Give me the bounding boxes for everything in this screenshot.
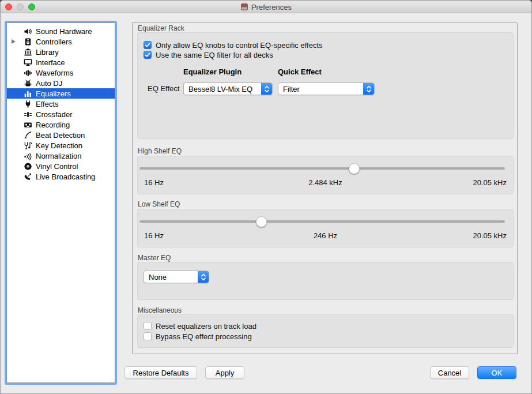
group-title-high-shelf: High Shelf EQ bbox=[138, 147, 182, 155]
app-icon bbox=[240, 3, 248, 11]
group-title-low-shelf: Low Shelf EQ bbox=[138, 200, 180, 208]
group-box-high-shelf: 2.484 kHz 16 Hz 20.05 kHz bbox=[137, 156, 514, 194]
sidebar-item-interface[interactable]: Interface bbox=[7, 57, 115, 67]
slider-track[interactable] bbox=[139, 220, 505, 223]
window-title: Preferences bbox=[251, 3, 292, 12]
group-box-miscellaneous: Reset equalizers on track load Bypass EQ… bbox=[137, 314, 514, 348]
checkbox-label: Reset equalizers on track load bbox=[156, 322, 256, 331]
equalizer-plugin-header: Equalizer Plugin bbox=[183, 67, 242, 76]
sidebar-item-crossfader[interactable]: Crossfader bbox=[7, 109, 115, 119]
sidebar-item-label: Effects bbox=[36, 100, 59, 108]
checkbox-label: Use the same EQ filter for all decks bbox=[156, 51, 273, 59]
checkbox-row-bypass-eq[interactable]: Bypass EQ effect processing bbox=[144, 332, 252, 341]
sidebar-item-label: Controllers bbox=[36, 37, 72, 46]
low-shelf-scale: 246 Hz 16 Hz 20.05 kHz bbox=[144, 231, 507, 240]
master-eq-value: None bbox=[144, 273, 198, 282]
sidebar-item-sound-hardware[interactable]: Sound Hardware bbox=[7, 26, 115, 36]
sidebar-item-label: Auto DJ bbox=[36, 79, 62, 88]
checkbox-bypass-eq[interactable] bbox=[144, 332, 152, 340]
group-title-miscellaneous: Miscellaneous bbox=[138, 306, 182, 314]
sidebar-item-label: Interface bbox=[36, 58, 65, 67]
preferences-pane-equalizers: Equalizer Rack Only allow EQ knobs to co… bbox=[132, 22, 518, 354]
sidebar-item-label: Recording bbox=[36, 121, 70, 129]
high-shelf-slider[interactable] bbox=[139, 163, 505, 174]
group-title-master-eq: Master EQ bbox=[138, 254, 171, 262]
preferences-window: Preferences Sound Hardware Controllers L… bbox=[0, 0, 532, 394]
library-icon bbox=[23, 47, 32, 57]
sidebar-item-label: Live Broadcasting bbox=[36, 172, 95, 181]
crossfader-icon bbox=[23, 110, 32, 119]
sidebar-item-equalizers[interactable]: Equalizers bbox=[7, 88, 115, 99]
sidebar-item-waveforms[interactable]: Waveforms bbox=[7, 67, 115, 78]
high-shelf-scale: 2.484 kHz 16 Hz 20.05 kHz bbox=[144, 178, 507, 187]
sidebar-item-beat-detection[interactable]: Beat Detection bbox=[7, 130, 115, 140]
quick-effect-header: Quick Effect bbox=[278, 67, 322, 76]
sidebar-item-label: Vinyl Control bbox=[36, 162, 78, 171]
checkbox-label: Bypass EQ effect processing bbox=[156, 332, 252, 341]
high-shelf-current-value: 2.484 kHz bbox=[144, 178, 507, 187]
checkbox-eq-knobs[interactable] bbox=[144, 41, 152, 49]
low-shelf-slider[interactable] bbox=[139, 216, 505, 227]
robot-icon bbox=[23, 78, 32, 88]
high-shelf-slider-thumb[interactable] bbox=[349, 163, 360, 174]
checkbox-row-eq-knobs[interactable]: Only allow EQ knobs to control EQ-specif… bbox=[144, 40, 323, 50]
group-box-master-eq: None bbox=[137, 262, 514, 300]
checkbox-row-same-filter[interactable]: Use the same EQ filter for all decks bbox=[144, 50, 273, 59]
group-title-equalizer-rack: Equalizer Rack bbox=[138, 24, 184, 32]
tuning-fork-icon bbox=[23, 141, 32, 150]
satellite-dish-icon bbox=[23, 172, 32, 181]
combo-stepper-icon[interactable] bbox=[198, 271, 209, 283]
vinyl-icon bbox=[23, 162, 32, 171]
eq-effect-row-label: EQ Effect bbox=[148, 82, 179, 95]
low-shelf-current-value: 246 Hz bbox=[144, 231, 507, 240]
sidebar-item-auto-dj[interactable]: Auto DJ bbox=[7, 78, 115, 88]
combo-stepper-icon[interactable] bbox=[363, 83, 374, 95]
sidebar-item-recording[interactable]: Recording bbox=[7, 119, 115, 130]
quick-effect-select[interactable]: Filter bbox=[278, 82, 375, 95]
disclosure-triangle-icon[interactable] bbox=[12, 39, 16, 44]
sidebar-item-normalization[interactable]: Normalization bbox=[7, 151, 115, 161]
slider-track[interactable] bbox=[139, 167, 505, 170]
sidebar-item-label: Beat Detection bbox=[36, 131, 85, 140]
sidebar-item-label: Crossfader bbox=[36, 110, 73, 119]
ok-button[interactable]: OK bbox=[477, 366, 516, 379]
low-shelf-slider-thumb[interactable] bbox=[256, 216, 267, 227]
sidebar: Sound Hardware Controllers Library Inter… bbox=[6, 22, 115, 383]
sound-waves-icon bbox=[23, 151, 32, 160]
cancel-button[interactable]: Cancel bbox=[430, 366, 469, 379]
titlebar[interactable]: Preferences bbox=[1, 1, 531, 13]
cassette-icon bbox=[23, 120, 32, 129]
sidebar-item-label: Normalization bbox=[36, 152, 81, 160]
plug-icon bbox=[23, 99, 32, 108]
sidebar-item-label: Library bbox=[36, 48, 59, 57]
sidebar-item-label: Waveforms bbox=[36, 69, 73, 77]
sidebar-item-live-broadcasting[interactable]: Live Broadcasting bbox=[7, 171, 115, 182]
group-box-low-shelf: 246 Hz 16 Hz 20.05 kHz bbox=[137, 209, 514, 247]
checkbox-same-filter[interactable] bbox=[144, 51, 152, 59]
sidebar-item-label: Equalizers bbox=[36, 89, 71, 98]
sidebar-item-label: Key Detection bbox=[36, 141, 82, 150]
checkbox-reset-eq[interactable] bbox=[144, 322, 152, 330]
sidebar-item-key-detection[interactable]: Key Detection bbox=[7, 140, 115, 151]
sidebar-item-effects[interactable]: Effects bbox=[7, 99, 115, 109]
sidebar-item-controllers[interactable]: Controllers bbox=[7, 36, 115, 47]
whip-icon bbox=[23, 130, 32, 140]
quick-effect-value: Filter bbox=[278, 85, 363, 93]
combo-stepper-icon[interactable] bbox=[261, 83, 272, 95]
sidebar-item-label: Sound Hardware bbox=[36, 27, 92, 36]
speaker-icon bbox=[23, 27, 32, 36]
apply-button[interactable]: Apply bbox=[205, 366, 244, 379]
master-eq-select[interactable]: None bbox=[144, 271, 209, 283]
controller-icon bbox=[23, 37, 32, 46]
restore-defaults-button[interactable]: Restore Defaults bbox=[124, 366, 197, 379]
group-box-equalizer-rack: Only allow EQ knobs to control EQ-specif… bbox=[137, 32, 514, 139]
equalizer-icon bbox=[23, 89, 32, 98]
equalizer-plugin-value: Bessel8 LV-Mix EQ bbox=[184, 85, 261, 93]
checkbox-row-reset-eq[interactable]: Reset equalizers on track load bbox=[144, 321, 256, 331]
sidebar-item-library[interactable]: Library bbox=[7, 47, 115, 57]
equalizer-plugin-select[interactable]: Bessel8 LV-Mix EQ bbox=[183, 82, 273, 95]
monitor-icon bbox=[23, 58, 32, 67]
waveform-icon bbox=[23, 68, 32, 77]
checkbox-label: Only allow EQ knobs to control EQ-specif… bbox=[156, 41, 323, 50]
sidebar-item-vinyl-control[interactable]: Vinyl Control bbox=[7, 161, 115, 171]
